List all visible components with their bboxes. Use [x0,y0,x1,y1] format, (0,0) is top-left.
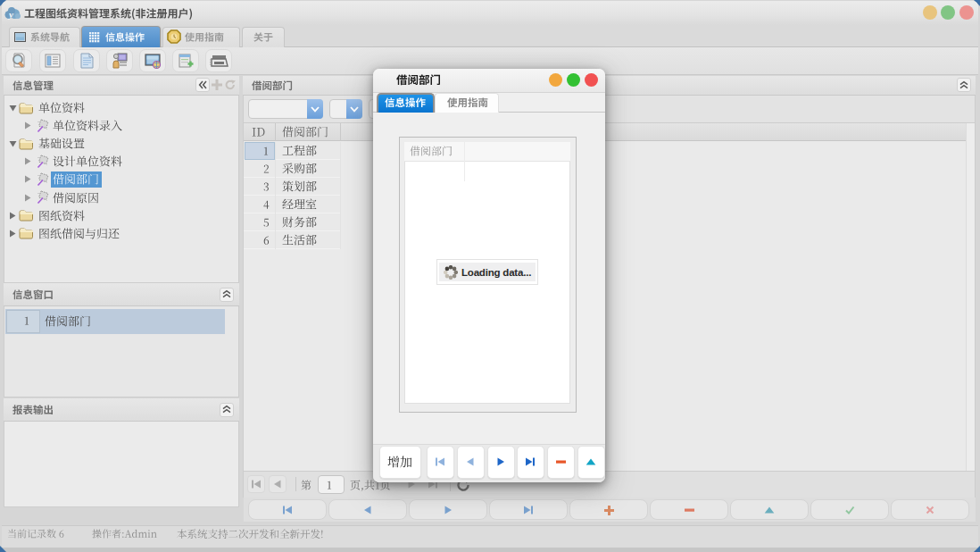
svg-text:y: y [7,9,13,20]
